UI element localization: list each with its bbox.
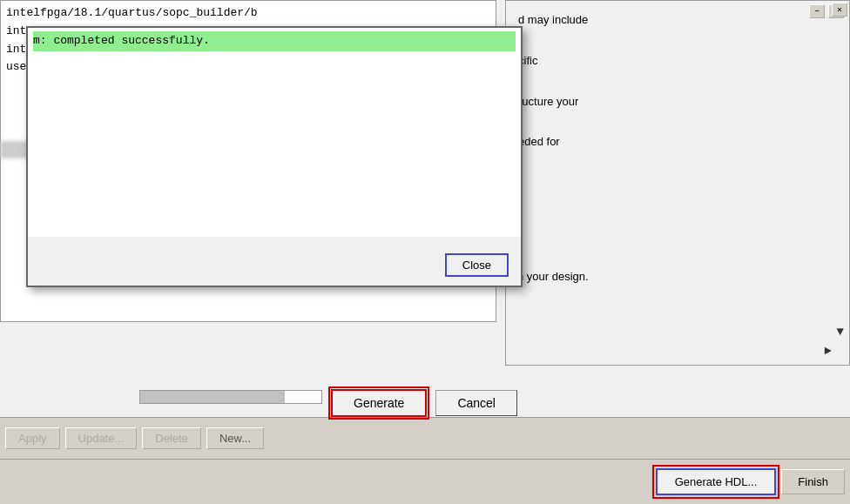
- right-scroll-down-icon[interactable]: ▼: [837, 325, 844, 339]
- right-text-line-5: ructure your: [518, 95, 578, 108]
- minimize-button[interactable]: −: [809, 4, 825, 18]
- right-info-panel: − ❐ ✕ d may include cific ructure your e…: [505, 0, 850, 366]
- modal-footer: Close: [445, 253, 509, 277]
- modal-console-output: m: completed successfully.: [28, 28, 521, 237]
- right-scroll-right-icon[interactable]: ►: [825, 344, 832, 358]
- modal-success-line: m: completed successfully.: [33, 31, 516, 51]
- new-button[interactable]: New...: [206, 427, 264, 449]
- design-text: n your design.: [517, 270, 589, 283]
- generate-hdl-button[interactable]: Generate HDL...: [656, 468, 777, 495]
- close-x-button[interactable]: ✕: [832, 3, 847, 17]
- cancel-button[interactable]: Cancel: [435, 390, 517, 416]
- close-button[interactable]: Close: [445, 253, 509, 277]
- delete-button[interactable]: Delete: [142, 427, 201, 449]
- generate-cancel-row: Generate Cancel: [331, 389, 517, 417]
- update-button[interactable]: Update...: [65, 427, 138, 449]
- progress-bar-container: [139, 390, 322, 404]
- right-text-line-1: d may include: [518, 13, 588, 26]
- finish-button[interactable]: Finish: [781, 469, 845, 494]
- console-line-1: intelfpga/18.1/quartus/sopc_builder/b: [6, 4, 490, 23]
- apply-button[interactable]: Apply: [5, 427, 60, 449]
- bottom-toolbar: Apply Update... Delete New...: [0, 417, 850, 459]
- generate-button[interactable]: Generate: [331, 389, 427, 417]
- modal-dialog: m: completed successfully. Close: [26, 26, 523, 287]
- right-panel-content: d may include cific ructure your eded fo…: [506, 1, 849, 161]
- bottom-bar: Generate HDL... Finish: [0, 459, 850, 504]
- progress-bar-fill: [140, 391, 285, 403]
- right-text-line-7: eded for: [518, 135, 560, 148]
